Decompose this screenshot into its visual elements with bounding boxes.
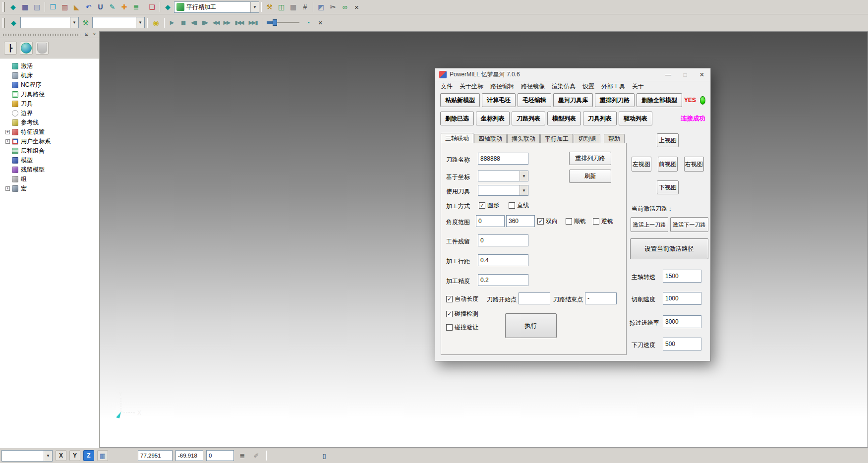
coordinate-z-input[interactable] [206, 450, 234, 461]
diamond-icon[interactable] [162, 1, 174, 13]
tab-saw[interactable]: 切割锯 [574, 134, 600, 143]
tree-item-stock-models[interactable]: 残留模型 [0, 165, 99, 174]
stepover-input[interactable] [478, 254, 528, 266]
copy-icon[interactable] [47, 1, 58, 13]
close-icon[interactable] [91, 32, 98, 37]
expand-icon[interactable] [5, 139, 10, 144]
tree-item-toolpaths[interactable]: 刀具路径 [0, 90, 99, 99]
cut-icon[interactable] [327, 1, 339, 13]
tab-help[interactable]: 帮助 [604, 134, 625, 143]
stock-edit-button[interactable]: 毛坯编辑 [518, 93, 551, 107]
fast-forward-icon[interactable] [222, 17, 231, 28]
set-active-path-button[interactable]: 设置当前激活路径 [630, 238, 708, 259]
view-right-button[interactable]: 右视图 [684, 157, 704, 172]
checkbox-climb[interactable]: 顺铣 [566, 217, 586, 226]
layers-icon[interactable] [130, 1, 142, 13]
tree-item-boundaries[interactable]: 边界 [0, 109, 99, 118]
tree-item-levels-sets[interactable]: 层和组合 [0, 146, 99, 156]
tool-list-button[interactable]: 刀具列表 [583, 112, 617, 125]
save-icon[interactable] [19, 1, 31, 13]
tolerance-input[interactable] [478, 274, 528, 286]
list-icon[interactable] [237, 450, 248, 461]
coordinate-x-input[interactable] [138, 450, 173, 461]
plunge-speed-input[interactable] [663, 338, 701, 350]
tree-item-workplanes[interactable]: 用户坐标系 [0, 137, 99, 146]
explorer-drag-handle[interactable] [3, 34, 80, 36]
tree-item-feature-sets[interactable]: 特征设置 [0, 127, 99, 137]
toolbar-close-icon[interactable] [351, 1, 362, 13]
coord-list-button[interactable]: 坐标列表 [476, 112, 510, 125]
clock-icon[interactable] [302, 17, 314, 28]
tree-view-icon[interactable] [4, 42, 17, 55]
tool-library-button[interactable]: 星河刀具库 [553, 93, 593, 107]
view-bottom-button[interactable]: 下视图 [657, 180, 679, 194]
toolpath-name-input[interactable] [478, 153, 528, 165]
tool-select-dropdown[interactable] [92, 17, 145, 28]
view-front-button[interactable]: 前视图 [658, 157, 678, 172]
maximize-button[interactable] [677, 69, 694, 81]
frame-icon[interactable] [288, 1, 299, 13]
menu-external-tools[interactable]: 外部工具 [598, 82, 629, 91]
measure-icon[interactable] [71, 1, 82, 13]
strategy-dropdown[interactable]: 平行精加工 [174, 1, 259, 13]
step-back-icon[interactable] [189, 17, 199, 28]
tab-swivel[interactable]: 摆头联动 [507, 134, 540, 143]
checkbox-collision-check[interactable]: 碰撞检测 [446, 310, 478, 318]
tree-item-patterns[interactable]: 参考线 [0, 118, 99, 127]
toolbar-grip[interactable] [2, 18, 5, 28]
toolpath-select-dropdown[interactable] [20, 17, 79, 28]
skim-feed-input[interactable] [663, 315, 701, 328]
toolbar-close-icon[interactable] [315, 17, 326, 28]
checkbox-collision-avoid[interactable]: 碰撞避让 [446, 323, 478, 332]
tab-3axis[interactable]: 三轴联动 [441, 133, 473, 143]
rewind-icon[interactable] [211, 17, 221, 28]
end-point-input[interactable] [585, 292, 617, 304]
close-button[interactable] [694, 69, 710, 81]
stock-left-input[interactable] [478, 234, 528, 246]
chart-icon[interactable] [276, 1, 287, 13]
tool-icon[interactable] [264, 1, 275, 13]
globe-button[interactable] [20, 42, 33, 55]
checkbox-circular[interactable]: 圆形 [479, 201, 499, 210]
transform-icon[interactable] [118, 1, 130, 13]
rearrange-toolpath-button[interactable]: 重排列刀路 [595, 93, 635, 107]
activate-next-button[interactable]: 激活下一刀路 [670, 217, 708, 232]
step-forward-icon[interactable] [200, 17, 210, 28]
undo-icon[interactable] [83, 1, 94, 13]
workplane-dropdown[interactable] [1, 450, 53, 462]
grid-icon[interactable] [97, 450, 108, 461]
checkbox-bidirectional[interactable]: 双向 [537, 217, 558, 226]
calculator-icon[interactable] [299, 1, 311, 13]
checkbox-linear[interactable]: 直线 [509, 201, 529, 210]
refresh-button[interactable]: 刷新 [569, 170, 611, 183]
checkbox-auto-length[interactable]: 自动长度 [446, 295, 478, 303]
print-icon[interactable] [31, 1, 43, 13]
checkbox-conventional[interactable]: 逆铣 [593, 217, 613, 226]
drive-list-button[interactable]: 驱动列表 [619, 112, 652, 125]
coordinate-y-input[interactable] [175, 450, 203, 461]
delete-all-models-button[interactable]: 删除全部模型 [637, 93, 682, 107]
spindle-speed-input[interactable] [663, 270, 701, 283]
tree-item-models[interactable]: 模型 [0, 156, 99, 165]
menu-path-mirror[interactable]: 路径镜像 [518, 82, 548, 91]
dialog-titlebar[interactable]: PowerMILL 忆梦星河 7.0.6 [435, 68, 710, 81]
axis-z-button[interactable]: Z [83, 450, 94, 461]
expand-icon[interactable] [5, 130, 10, 134]
delete-selected-button[interactable]: 删除已选 [440, 112, 474, 125]
use-tool-dropdown[interactable] [478, 185, 528, 196]
axis-x-button[interactable]: X [56, 450, 66, 461]
tree-item-groups[interactable]: 组 [0, 174, 99, 184]
menu-file[interactable]: 文件 [437, 82, 456, 91]
menu-about[interactable]: 关于 [629, 82, 647, 91]
draw-icon[interactable] [107, 1, 118, 13]
toolpath-list-button[interactable]: 刀路列表 [512, 112, 545, 125]
compute-stock-button[interactable]: 计算毛坯 [482, 93, 516, 107]
execute-button[interactable]: 执行 [505, 313, 557, 338]
bulb-icon[interactable] [150, 17, 162, 28]
paste-icon[interactable] [146, 1, 158, 13]
activate-prev-button[interactable]: 激活上一刀路 [631, 217, 668, 232]
tree-item-machine[interactable]: 机床 [0, 71, 99, 80]
expand-icon[interactable] [5, 186, 10, 191]
annotation-icon[interactable] [95, 1, 106, 13]
go-end-icon[interactable] [246, 17, 259, 28]
